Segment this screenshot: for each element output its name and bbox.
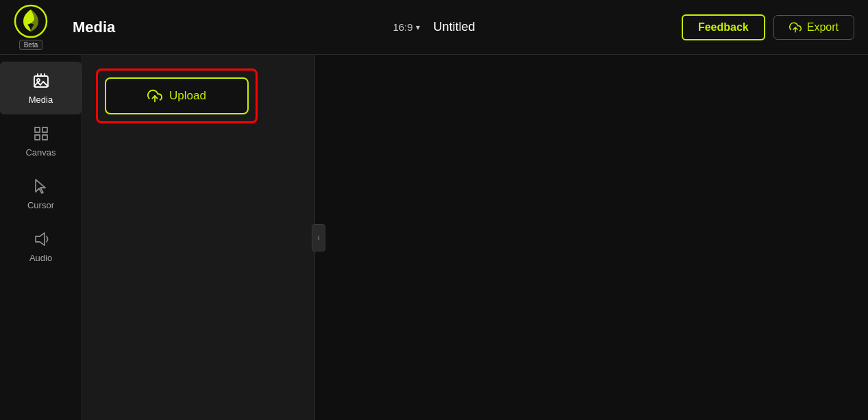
sidebar-item-canvas[interactable]: Canvas bbox=[0, 114, 82, 167]
media-icon bbox=[32, 71, 51, 90]
sidebar-item-media[interactable]: Media bbox=[0, 62, 82, 114]
canvas-icon bbox=[32, 124, 51, 143]
sidebar: Media Canvas Cursor Audio bbox=[0, 55, 82, 420]
svg-rect-9 bbox=[35, 135, 40, 140]
logo-area: Beta bbox=[14, 4, 48, 50]
header-left: Beta Media bbox=[14, 4, 115, 50]
upload-button[interactable]: Upload bbox=[105, 77, 249, 114]
sidebar-label-audio: Audio bbox=[29, 253, 52, 263]
svg-rect-10 bbox=[42, 135, 47, 140]
main-layout: Media Canvas Cursor Audio bbox=[0, 55, 868, 420]
header-center: 16:9 ▾ Untitled bbox=[393, 20, 475, 34]
aspect-ratio-button[interactable]: 16:9 ▾ bbox=[393, 21, 419, 33]
sidebar-label-cursor: Cursor bbox=[27, 200, 54, 210]
svg-point-3 bbox=[37, 79, 40, 82]
cursor-icon bbox=[32, 177, 51, 196]
svg-rect-8 bbox=[42, 127, 47, 132]
sidebar-label-media: Media bbox=[29, 95, 53, 105]
header-right: Feedback Export bbox=[682, 14, 854, 40]
chevron-left-icon: ‹ bbox=[317, 233, 320, 243]
sidebar-item-audio[interactable]: Audio bbox=[0, 220, 82, 273]
export-button[interactable]: Export bbox=[773, 15, 854, 40]
header: Beta Media 16:9 ▾ Untitled Feedback Expo… bbox=[0, 0, 868, 55]
document-title: Untitled bbox=[434, 20, 475, 34]
feedback-button[interactable]: Feedback bbox=[682, 14, 765, 40]
media-panel-title: Media bbox=[73, 18, 115, 36]
beta-badge: Beta bbox=[19, 40, 43, 50]
chevron-down-icon: ▾ bbox=[416, 23, 420, 32]
upload-cloud-icon bbox=[789, 21, 802, 34]
canvas-area bbox=[315, 55, 868, 420]
pika-logo-icon bbox=[14, 4, 48, 38]
collapse-panel-button[interactable]: ‹ bbox=[312, 224, 325, 251]
upload-highlight-box: Upload bbox=[96, 69, 258, 123]
upload-icon bbox=[147, 88, 162, 103]
sidebar-item-cursor[interactable]: Cursor bbox=[0, 167, 82, 220]
media-panel: Upload ‹ bbox=[82, 55, 315, 420]
svg-rect-2 bbox=[34, 76, 48, 87]
svg-rect-7 bbox=[35, 127, 40, 132]
svg-marker-11 bbox=[36, 233, 45, 245]
audio-icon bbox=[32, 230, 51, 249]
sidebar-label-canvas: Canvas bbox=[25, 147, 55, 158]
